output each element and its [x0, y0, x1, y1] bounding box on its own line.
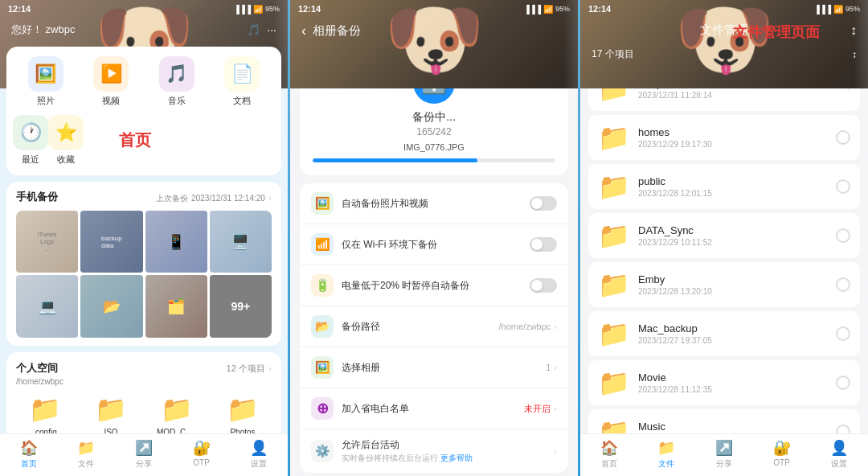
quick-item-music[interactable]: 🎵 音乐 — [159, 56, 194, 107]
favorites-icon: ⭐ — [48, 115, 84, 150]
file-radio-movie[interactable] — [836, 375, 850, 390]
folder-icon-homes: 📁 — [598, 122, 630, 153]
file-item-datasync[interactable]: 📁 DATA_Sync 2023/12/29 10:11:52 — [588, 213, 860, 258]
wifi-only-label: 仅在 Wi-Fi 环境下备份 — [342, 238, 522, 252]
file-info-public: public 2023/12/28 12:01:15 — [638, 175, 828, 198]
tab-home-home[interactable]: 🏠 首页 — [0, 439, 58, 470]
favorites-label: 收藏 — [57, 154, 75, 166]
battery-pause-icon: 🔋 — [311, 274, 334, 297]
quick-item-docs[interactable]: 📄 文档 — [224, 56, 260, 107]
setting-battery-pause[interactable]: 🔋 电量低于20% 时暂停自动备份 — [300, 265, 568, 306]
backup-path-label: 备份路径 — [342, 320, 491, 334]
battery-pause-toggle[interactable] — [530, 278, 557, 293]
backup-meta: 上次备份 2023/12/31 12:14:20 › — [156, 190, 272, 204]
tab-home-files[interactable]: 📁 文件 — [58, 439, 116, 470]
files-page-label: 文件管理页面 — [733, 23, 820, 42]
backup-path-value: /home/zwbpc — [499, 322, 551, 331]
file-date-public: 2023/12/28 12:01:15 — [638, 189, 828, 198]
personal-space-section: 个人空间 /home/zwbpc 12 个项目 › 📁 .config 📁 IS… — [6, 352, 281, 434]
tab-icon-settings: 👤 — [250, 439, 268, 457]
folder-config[interactable]: 📁 .config — [16, 394, 74, 434]
folder-icon-music: 📁 — [598, 416, 630, 433]
wifi-only-toggle[interactable] — [530, 237, 557, 252]
tab-home-settings[interactable]: 👤 设置 — [230, 439, 288, 470]
folder-iso[interactable]: 📁 ISO — [82, 394, 140, 434]
tab-files-settings[interactable]: 👤 设置 — [810, 439, 868, 470]
file-name-datasync: DATA_Sync — [638, 224, 828, 236]
file-item-music[interactable]: 📁 Music 2023/12/28 13:17:... — [588, 409, 860, 433]
tab-files-otp[interactable]: 🔐 OTP — [753, 439, 811, 470]
quick-access-grid: 🖼️ 照片 ▶️ 视频 🎵 音乐 📄 文档 🕐 — [6, 47, 281, 175]
thumb-4: 🖥️ — [210, 211, 272, 273]
select-album-label: 选择相册 — [342, 361, 538, 375]
panel-home: 12:14 ▐▐▐ 📶 95% 您好！ zwbpc 🎵 ··· 🖼️ 照片 ▶️ — [0, 0, 288, 476]
quick-row-2: 🕐 最近 ⭐ 收藏 首页 — [13, 115, 275, 166]
setting-auto-backup[interactable]: 🖼️ 自动备份照片和视频 — [300, 183, 568, 224]
tab-files-files[interactable]: 📁 文件 — [638, 439, 696, 470]
file-date-homes: 2023/12/29 19:17:30 — [638, 140, 828, 149]
space-header: 个人空间 /home/zwbpc 12 个项目 › — [16, 360, 272, 386]
recent-label: 最近 — [22, 154, 39, 166]
folder-icon-macbackup: 📁 — [598, 318, 630, 349]
music-label: 音乐 — [168, 95, 186, 107]
folder-name-photos: Photos — [230, 428, 255, 434]
file-item-public[interactable]: 📁 public 2023/12/28 12:01:15 — [588, 164, 860, 209]
tab-label-files-settings: 设置 — [831, 458, 847, 470]
space-header-right: 12 个项目 › — [227, 360, 272, 375]
setting-wifi-only[interactable]: 📶 仅在 Wi-Fi 环境下备份 — [300, 224, 568, 265]
file-item-movie[interactable]: 📁 Movie 2023/12/28 11:12:35 — [588, 360, 860, 405]
docs-label: 文档 — [233, 95, 251, 107]
tab-label-files-home2: 首页 — [601, 458, 617, 470]
home-content: 🖼️ 照片 ▶️ 视频 🎵 音乐 📄 文档 🕐 — [0, 43, 288, 433]
file-item-homes[interactable]: 📁 homes 2023/12/29 19:17:30 — [588, 115, 860, 160]
file-item-emby[interactable]: 📁 Emby 2023/12/28 13:20:10 — [588, 262, 860, 307]
toggle-auto-backup[interactable] — [530, 196, 557, 211]
back-button[interactable]: ‹ — [301, 23, 306, 39]
whitelist-right: 未开启 › — [524, 403, 557, 415]
tab-files-share[interactable]: ↗️ 分享 — [695, 439, 753, 470]
file-name-homes: homes — [638, 126, 828, 138]
background-text: 允许后台活动 实时备份将持续在后台运行 更多帮助 — [342, 438, 546, 464]
folder-list: 📁 .config 📁 ISO 📁 MOD_CO... 📁 Photos — [16, 394, 272, 434]
space-path: /home/zwbpc — [16, 377, 63, 386]
auto-backup-icon: 🖼️ — [311, 192, 334, 215]
folder-modco[interactable]: 📁 MOD_CO... — [148, 394, 206, 434]
setting-select-album[interactable]: 🖼️ 选择相册 1 › — [300, 347, 568, 388]
file-radio-emby[interactable] — [836, 277, 850, 292]
select-album-right: 1 › — [546, 363, 557, 372]
auto-backup-toggle[interactable] — [530, 196, 557, 211]
tab-icon-files: 📁 — [77, 439, 95, 457]
status-bar-backup: 12:14 ▐▐▐ 📶 95% — [290, 0, 578, 18]
file-radio-music[interactable] — [836, 425, 850, 433]
select-album-chevron: › — [554, 363, 557, 372]
file-radio-datasync[interactable] — [836, 228, 850, 243]
tab-home-share[interactable]: ↗️ 分享 — [115, 439, 173, 470]
quick-item-videos[interactable]: ▶️ 视频 — [93, 56, 129, 107]
tab-icon-files-settings: 👤 — [830, 439, 848, 457]
toggle-battery-pause[interactable] — [530, 278, 557, 293]
header-action-icons: 🎵 ··· — [247, 23, 276, 36]
file-radio-public[interactable] — [836, 179, 850, 194]
files-sort-icon[interactable]: ↕ — [850, 23, 857, 38]
tab-home-otp[interactable]: 🔐 OTP — [173, 439, 231, 470]
setting-backup-path[interactable]: 📂 备份路径 /home/zwbpc › — [300, 306, 568, 347]
quick-item-favorites[interactable]: ⭐ 收藏 — [48, 115, 84, 166]
setting-background[interactable]: ⚙️ 允许后台活动 实时备份将持续在后台运行 更多帮助 › — [300, 429, 568, 473]
backup-meta-label: 上次备份 — [156, 194, 188, 203]
tab-icon-files-share: ↗️ — [715, 439, 733, 457]
tab-files-home[interactable]: 🏠 首页 — [580, 439, 638, 470]
file-radio-homes[interactable] — [836, 130, 850, 145]
setting-whitelist[interactable]: ⊕ 加入省电白名单 未开启 › — [300, 388, 568, 429]
file-name-emby: Emby — [638, 273, 828, 285]
file-radio-macbackup[interactable] — [836, 326, 850, 341]
panel-backup: 12:14 ▐▐▐ 📶 95% ‹ 相册备份 ⬆️ 备份中... 165/242… — [290, 0, 578, 476]
quick-item-recent[interactable]: 🕐 最近 — [13, 115, 48, 166]
file-item-macbackup[interactable]: 📁 Mac_backup 2023/12/27 19:37:05 — [588, 311, 860, 356]
backup-progress-count: 165/242 — [416, 126, 451, 137]
tab-label-settings-home: 设置 — [251, 458, 267, 470]
videos-icon: ▶️ — [93, 56, 129, 92]
folder-photos[interactable]: 📁 Photos — [214, 394, 272, 434]
quick-item-photos[interactable]: 🖼️ 照片 — [28, 56, 63, 107]
toggle-wifi-only[interactable] — [530, 237, 557, 252]
space-header-left: 个人空间 /home/zwbpc — [16, 360, 63, 386]
